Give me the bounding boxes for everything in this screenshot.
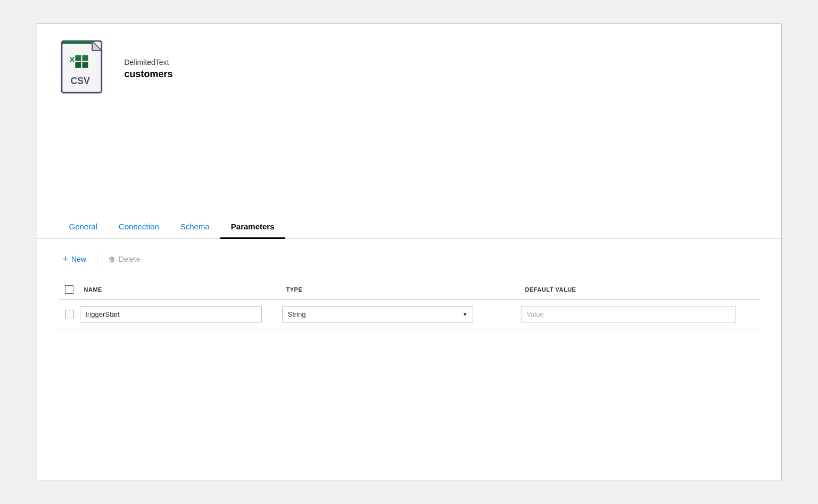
content-section: + New 🗑 Delete NAME TYPE DEFAULT VALUE	[37, 239, 781, 481]
col-header-type: TYPE	[282, 284, 521, 295]
csv-icon: X CSV	[59, 40, 112, 98]
header-checkbox-cell	[59, 284, 80, 295]
row-checkbox-cell	[59, 310, 80, 318]
trash-icon: 🗑	[108, 255, 115, 263]
delete-button[interactable]: 🗑 Delete	[104, 253, 144, 266]
svg-rect-6	[82, 55, 88, 61]
row-type-cell: String Integer Float Boolean Array Objec…	[282, 306, 521, 323]
table-header: NAME TYPE DEFAULT VALUE	[59, 280, 760, 300]
toolbar-divider	[97, 253, 97, 266]
svg-rect-3	[62, 41, 92, 44]
table-row: String Integer Float Boolean Array Objec…	[59, 300, 760, 329]
select-all-checkbox[interactable]	[65, 285, 73, 294]
new-button-label: New	[71, 255, 86, 263]
delete-button-label: Delete	[119, 255, 140, 263]
name-input[interactable]	[80, 306, 262, 323]
svg-text:CSV: CSV	[70, 75, 89, 86]
main-window: X CSV DelimitedText customers General Co…	[37, 23, 782, 481]
tab-general[interactable]: General	[59, 216, 108, 239]
col-header-name: NAME	[80, 284, 282, 295]
parameters-table: NAME TYPE DEFAULT VALUE String Integer	[59, 280, 760, 329]
header-section: X CSV DelimitedText customers	[37, 24, 781, 109]
type-select[interactable]: String Integer Float Boolean Array Objec…	[282, 306, 473, 323]
plus-icon: +	[63, 254, 69, 265]
tabs-section: General Connection Schema Parameters	[37, 216, 781, 239]
row-name-cell	[80, 306, 282, 323]
toolbar: + New 🗑 Delete	[59, 252, 760, 267]
header-text: DelimitedText customers	[125, 58, 173, 80]
row-default-cell	[521, 306, 760, 323]
svg-rect-8	[82, 62, 88, 68]
svg-text:X: X	[69, 54, 75, 63]
row-checkbox[interactable]	[65, 310, 73, 318]
tab-parameters[interactable]: Parameters	[220, 216, 285, 239]
svg-rect-5	[75, 55, 81, 61]
default-value-input[interactable]	[521, 306, 736, 323]
dataset-type: DelimitedText	[125, 58, 173, 67]
dataset-name: customers	[125, 69, 173, 80]
tab-schema[interactable]: Schema	[170, 216, 220, 239]
type-select-container: String Integer Float Boolean Array Objec…	[282, 306, 473, 323]
tab-connection[interactable]: Connection	[108, 216, 170, 239]
new-button[interactable]: + New	[59, 252, 91, 267]
col-header-default: DEFAULT VALUE	[521, 284, 760, 295]
svg-rect-7	[75, 62, 81, 68]
